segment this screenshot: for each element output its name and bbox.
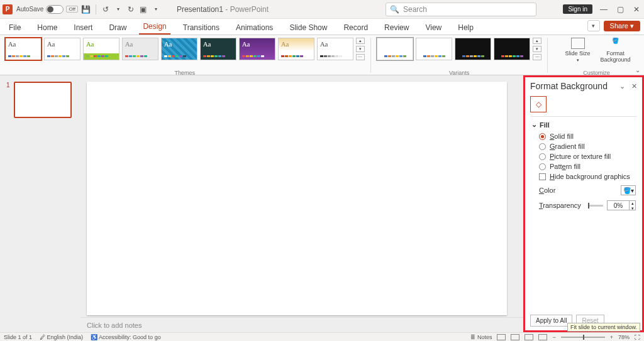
- fill-section-toggle[interactable]: ⌄Fill: [531, 121, 636, 129]
- format-background-pane: Format Background ⌄ ✕ ◇ ⌄Fill Solid fill…: [523, 75, 644, 332]
- slide-number: 1: [6, 82, 10, 89]
- start-slideshow-icon[interactable]: ▣: [139, 5, 148, 14]
- transparency-slider[interactable]: [588, 205, 603, 207]
- group-separator-2: [547, 38, 548, 73]
- slide-size-button[interactable]: Slide Size▾: [562, 38, 594, 63]
- fit-to-window-button[interactable]: ⛶: [635, 334, 640, 340]
- checkbox-icon: [539, 173, 546, 180]
- canvas-area[interactable]: [80, 75, 523, 317]
- reading-view-button[interactable]: [525, 334, 533, 340]
- theme-thumb-7[interactable]: Aa: [239, 38, 275, 60]
- color-label: Color: [539, 187, 584, 194]
- collapse-ribbon-icon[interactable]: ⌄: [635, 67, 640, 73]
- toggle-icon[interactable]: [46, 5, 64, 14]
- zoom-level[interactable]: 78%: [618, 334, 630, 340]
- transparency-value[interactable]: 0%: [607, 200, 630, 210]
- redo-icon[interactable]: ↻: [126, 5, 135, 14]
- undo-dropdown-icon[interactable]: ▾: [114, 5, 123, 14]
- checkbox-hide-bg-graphics[interactable]: Hide background graphics: [539, 173, 636, 180]
- ribbon-display-options[interactable]: ▾: [587, 20, 600, 31]
- slide-canvas[interactable]: [87, 82, 507, 315]
- pane-options-icon[interactable]: ⌄: [619, 82, 625, 90]
- zoom-slider[interactable]: [561, 337, 605, 338]
- format-background-icon: 🪣: [609, 38, 623, 49]
- slide-sorter-view-button[interactable]: [511, 334, 519, 340]
- tab-help[interactable]: Help: [454, 21, 477, 35]
- variants-gallery-more[interactable]: ▴▾⋯: [533, 38, 541, 60]
- slide-thumbnail-1[interactable]: [14, 82, 72, 118]
- title-bar: P AutoSave Off 💾 ↺ ▾ ↻ ▣ ▾ Presentation1…: [0, 0, 644, 19]
- apply-to-all-button[interactable]: Apply to All: [530, 315, 572, 327]
- radio-gradient-fill[interactable]: Gradient fill: [539, 143, 636, 150]
- autosave-state: Off: [66, 6, 78, 13]
- radio-pattern-fill[interactable]: Pattern fill: [539, 163, 636, 170]
- search-icon: 🔍: [390, 5, 399, 14]
- color-control: Color 🪣▾: [539, 185, 636, 195]
- tab-slideshow[interactable]: Slide Show: [286, 21, 331, 35]
- theme-thumb-3[interactable]: Aa: [83, 38, 119, 60]
- status-bar: Slide 1 of 1 🖉 English (India) ♿ Accessi…: [0, 332, 644, 341]
- customize-group: Slide Size▾ 🪣 Format Background Customiz…: [553, 38, 640, 75]
- variant-thumb-2[interactable]: [416, 38, 452, 60]
- qat-more-icon[interactable]: ▾: [152, 5, 160, 14]
- transparency-spinner[interactable]: ▴▾: [630, 200, 636, 210]
- normal-view-button[interactable]: [497, 334, 506, 340]
- chevron-down-icon: ⌄: [531, 121, 537, 129]
- radio-picture-fill[interactable]: Picture or texture fill: [539, 153, 636, 160]
- group-separator: [370, 38, 371, 73]
- theme-thumb-9[interactable]: Aa: [317, 38, 353, 60]
- tab-draw[interactable]: Draw: [105, 21, 130, 35]
- fit-to-window-tooltip: Fit slide to current window.: [567, 323, 640, 332]
- theme-thumb-1[interactable]: Aa: [5, 38, 42, 60]
- autosave-toggle[interactable]: AutoSave Off: [16, 5, 78, 14]
- tab-file[interactable]: File: [5, 21, 25, 35]
- share-button[interactable]: Share ▾: [604, 21, 640, 31]
- theme-thumb-6[interactable]: Aa: [200, 38, 236, 60]
- tab-transitions[interactable]: Transitions: [179, 21, 223, 35]
- themes-group: Aa Aa Aa Aa Aa Aa Aa Aa Aa ▴▾⋯ Themes: [4, 38, 365, 75]
- ribbon-design: Aa Aa Aa Aa Aa Aa Aa Aa Aa ▴▾⋯ Themes ▴▾…: [0, 35, 644, 75]
- variant-thumb-4[interactable]: [494, 38, 530, 60]
- tab-home[interactable]: Home: [33, 21, 61, 35]
- theme-thumb-4[interactable]: Aa: [122, 38, 158, 60]
- themes-gallery-more[interactable]: ▴▾⋯: [356, 38, 365, 60]
- tab-insert[interactable]: Insert: [70, 21, 96, 35]
- tab-view[interactable]: View: [421, 21, 445, 35]
- notes-toggle-button[interactable]: ≣ Notes: [470, 334, 492, 340]
- status-slide-count[interactable]: Slide 1 of 1: [4, 334, 32, 340]
- radio-solid-fill[interactable]: Solid fill: [539, 133, 636, 140]
- slide-size-icon: [571, 38, 585, 49]
- status-accessibility[interactable]: ♿ Accessibility: Good to go: [91, 334, 161, 340]
- undo-icon[interactable]: ↺: [101, 5, 110, 14]
- slideshow-view-button[interactable]: [538, 334, 547, 340]
- tab-record[interactable]: Record: [340, 21, 372, 35]
- variant-thumb-1[interactable]: [377, 38, 413, 60]
- slide-thumbnails-panel[interactable]: 1: [0, 75, 80, 332]
- minimize-button[interactable]: ―: [599, 5, 609, 14]
- fill-category-icon[interactable]: ◇: [530, 96, 547, 112]
- tab-animations[interactable]: Animations: [232, 21, 277, 35]
- zoom-in-button[interactable]: +: [610, 334, 613, 340]
- radio-icon: [539, 133, 546, 140]
- theme-thumb-2[interactable]: Aa: [44, 38, 80, 60]
- tab-review[interactable]: Review: [380, 21, 413, 35]
- pane-header: Format Background ⌄ ✕: [525, 77, 642, 95]
- signin-button[interactable]: Sign in: [563, 4, 592, 14]
- color-picker-button[interactable]: 🪣▾: [621, 185, 636, 195]
- search-input[interactable]: 🔍 Search: [386, 3, 536, 16]
- status-language[interactable]: 🖉 English (India): [40, 334, 83, 340]
- tab-design[interactable]: Design: [139, 19, 170, 35]
- format-background-button[interactable]: 🪣 Format Background: [600, 38, 631, 63]
- notes-panel[interactable]: Click to add notes: [80, 317, 523, 332]
- ribbon-tabs: File Home Insert Draw Design Transitions…: [0, 19, 644, 35]
- close-button[interactable]: ✕: [631, 5, 641, 14]
- save-icon[interactable]: 💾: [82, 5, 91, 14]
- pane-close-icon[interactable]: ✕: [631, 82, 637, 90]
- qat-separator: [96, 4, 96, 14]
- theme-thumb-5[interactable]: Aa: [161, 38, 197, 60]
- zoom-out-button[interactable]: −: [552, 334, 555, 340]
- maximize-button[interactable]: ▢: [615, 5, 625, 14]
- pane-title: Format Background: [530, 81, 608, 91]
- theme-thumb-8[interactable]: Aa: [278, 38, 314, 60]
- variant-thumb-3[interactable]: [455, 38, 491, 60]
